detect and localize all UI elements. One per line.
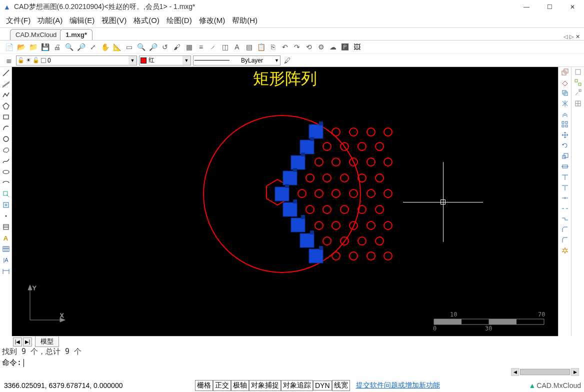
- table-tool-icon[interactable]: [1, 244, 11, 254]
- block-icon[interactable]: ◫: [220, 42, 230, 52]
- command-line[interactable]: 命令:: [2, 358, 516, 368]
- pan-icon[interactable]: ✋: [100, 42, 110, 52]
- scroll-left-icon[interactable]: ◀: [511, 368, 519, 376]
- scroll-right-icon[interactable]: ▶: [571, 368, 579, 376]
- toggle-otrack[interactable]: 对象追踪: [281, 380, 313, 391]
- revcloud-tool-icon[interactable]: [1, 145, 11, 155]
- point-tool-icon[interactable]: [1, 211, 11, 221]
- menu-edit[interactable]: 编辑(E): [70, 16, 94, 26]
- zoom-all-icon[interactable]: 🔎: [148, 42, 158, 52]
- toggle-osnap[interactable]: 对象捕捉: [249, 380, 281, 391]
- tab-prev-button[interactable]: ◁: [562, 34, 568, 40]
- zoom-in-icon[interactable]: 🔍: [64, 42, 74, 52]
- spline-tool-icon[interactable]: [1, 156, 11, 166]
- color-dropdown-icon[interactable]: ▼: [182, 56, 190, 65]
- minimize-button[interactable]: —: [515, 0, 538, 14]
- linetype-selector[interactable]: ByLayer ▼: [193, 56, 280, 66]
- horizontal-scrollbar[interactable]: ◀ ▶: [511, 368, 579, 376]
- menu-view[interactable]: 视图(V): [102, 16, 126, 26]
- zoom-prev-icon[interactable]: ⟲: [304, 42, 314, 52]
- tab-next-button[interactable]: ▷: [568, 34, 574, 40]
- layers-icon[interactable]: ≡: [196, 42, 206, 52]
- brush-icon[interactable]: 🖌: [172, 42, 182, 52]
- copy-props-icon[interactable]: [561, 68, 569, 78]
- new-icon[interactable]: 📄: [4, 42, 14, 52]
- insert-block-tool-icon[interactable]: [1, 189, 11, 199]
- undo-icon[interactable]: ↶: [280, 42, 290, 52]
- zoom-out-icon[interactable]: 🔎: [76, 42, 86, 52]
- group-icon[interactable]: [574, 100, 582, 109]
- copy-icon[interactable]: ⎘: [268, 42, 278, 52]
- fillet-tool-icon[interactable]: [561, 236, 569, 246]
- layer-selector[interactable]: 🔓☀🔓 0 ▼: [16, 56, 137, 66]
- rectangle-tool-icon[interactable]: [1, 112, 11, 122]
- arc-tool-icon[interactable]: [1, 123, 11, 133]
- chamfer-tool-icon[interactable]: [561, 226, 569, 235]
- settings-icon[interactable]: ⚙: [316, 42, 326, 52]
- text-style-icon[interactable]: A: [232, 42, 242, 52]
- explode-tool-icon[interactable]: [561, 246, 569, 256]
- pdf-icon[interactable]: 🅿: [340, 42, 350, 52]
- paste-icon[interactable]: 📋: [256, 42, 266, 52]
- trim-tool-icon[interactable]: [561, 173, 569, 182]
- menu-draw[interactable]: 绘图(D): [166, 16, 192, 26]
- linetype-icon[interactable]: ⟋: [208, 42, 218, 52]
- tab-cloud[interactable]: CAD.MxCloud: [10, 29, 62, 40]
- table-icon[interactable]: ▤: [244, 42, 254, 52]
- toggle-ortho[interactable]: 正交: [213, 380, 231, 391]
- toggle-lineweight[interactable]: 线宽: [332, 380, 350, 391]
- break-point-tool-icon[interactable]: [561, 194, 569, 204]
- cloud-status[interactable]: ▲CAD.MxCloud: [528, 382, 581, 390]
- tab-close-button[interactable]: ✕: [574, 34, 581, 40]
- feedback-link[interactable]: 提交软件问题或增加新功能: [356, 381, 440, 390]
- linetype-dropdown-icon[interactable]: ▼: [274, 58, 279, 63]
- entity-info-icon[interactable]: [574, 68, 582, 78]
- tab-active[interactable]: 1.mxg*: [60, 29, 92, 40]
- open-icon[interactable]: 📂: [16, 42, 26, 52]
- save-icon[interactable]: 💾: [40, 42, 50, 52]
- array-tool-icon[interactable]: [561, 120, 569, 130]
- erase-tool-icon[interactable]: [561, 78, 569, 88]
- menu-help[interactable]: 帮助(H): [232, 16, 258, 26]
- copy-tool-icon[interactable]: [561, 89, 569, 98]
- stretch-tool-icon[interactable]: [561, 162, 569, 172]
- ellipse-arc-tool-icon[interactable]: [1, 178, 11, 188]
- break-tool-icon[interactable]: [561, 204, 569, 214]
- move-tool-icon[interactable]: [561, 131, 569, 140]
- line-tool-icon[interactable]: [1, 68, 11, 78]
- mirror-tool-icon[interactable]: [561, 100, 569, 109]
- region-icon[interactable]: ▭: [124, 42, 134, 52]
- ellipse-tool-icon[interactable]: [1, 167, 11, 177]
- select-similar-icon[interactable]: [574, 78, 582, 88]
- close-button[interactable]: ✕: [561, 0, 584, 14]
- maximize-button[interactable]: ☐: [538, 0, 561, 14]
- toggle-dyn[interactable]: DYN: [313, 380, 332, 390]
- dimension-tool-icon[interactable]: [1, 266, 11, 276]
- color-selector[interactable]: 红 ▼: [139, 56, 191, 66]
- scroll-thumb[interactable]: [520, 369, 570, 375]
- menu-modify[interactable]: 修改(M): [199, 16, 226, 26]
- hatch-tool-icon[interactable]: [1, 222, 11, 232]
- menu-format[interactable]: 格式(O): [134, 16, 160, 26]
- model-tab[interactable]: 模型: [35, 336, 59, 347]
- redo-icon[interactable]: ↷: [292, 42, 302, 52]
- tab-last-button[interactable]: ▶|: [23, 338, 32, 346]
- tab-first-button[interactable]: |◀: [13, 338, 22, 346]
- redraw-icon[interactable]: ↺: [160, 42, 170, 52]
- layer-dropdown-icon[interactable]: ▼: [128, 56, 136, 65]
- zoom-extents-icon[interactable]: ⤢: [88, 42, 98, 52]
- extend-tool-icon[interactable]: [561, 184, 569, 193]
- toggle-grid[interactable]: 栅格: [195, 380, 213, 391]
- lineweight-icon[interactable]: 🖊: [282, 56, 292, 66]
- make-block-tool-icon[interactable]: [1, 200, 11, 210]
- mtext-tool-icon[interactable]: |A: [1, 255, 11, 265]
- drawing-canvas[interactable]: 矩形阵列: [12, 67, 558, 336]
- match-prop-icon[interactable]: [574, 89, 582, 98]
- menu-functions[interactable]: 功能(A): [38, 16, 62, 26]
- measure-icon[interactable]: 📐: [112, 42, 122, 52]
- layer-manager-icon[interactable]: ≣: [4, 56, 14, 66]
- polyline-tool-icon[interactable]: [1, 90, 11, 100]
- menu-file[interactable]: 文件(F): [6, 16, 30, 26]
- join-tool-icon[interactable]: [561, 215, 569, 224]
- circle-tool-icon[interactable]: [1, 134, 11, 144]
